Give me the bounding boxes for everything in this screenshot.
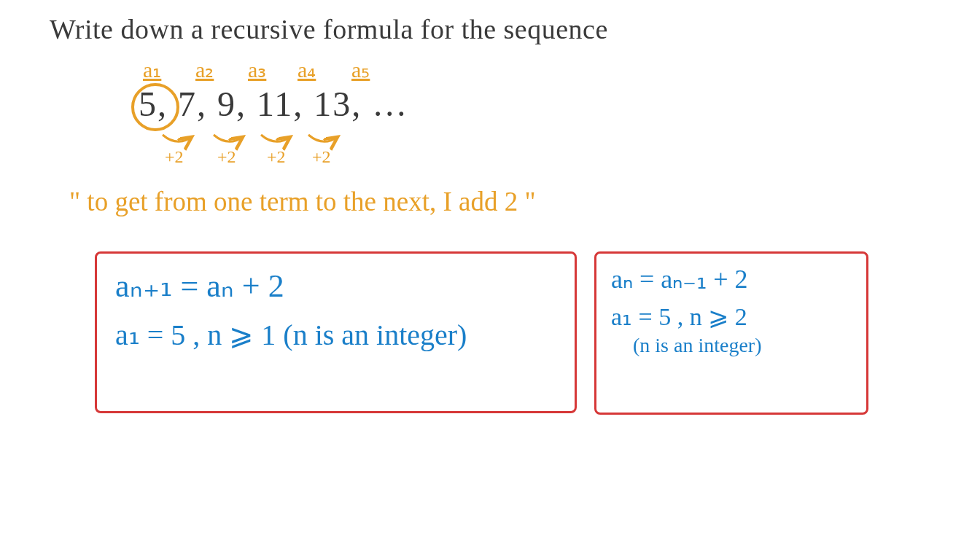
sequence-terms: 5, 7, 9, 11, 13, … xyxy=(139,84,408,124)
step-plus2-1: +2 xyxy=(165,147,184,167)
term-label-a2: a₂ xyxy=(195,57,214,82)
formula-box-2: aₙ = aₙ₋₁ + 2 a₁ = 5 , n ⩾ 2 (n is an in… xyxy=(594,251,868,415)
arrows-svg xyxy=(159,131,363,153)
step-plus2-3: +2 xyxy=(267,147,286,167)
term-label-a1: a₁ xyxy=(143,57,161,82)
formula2-line1: aₙ = aₙ₋₁ + 2 xyxy=(611,264,852,294)
formula1-line1: aₙ₊₁ = aₙ + 2 xyxy=(115,267,556,305)
term-label-a5: a₅ xyxy=(351,57,370,82)
step-plus2-4: +2 xyxy=(312,147,331,167)
term-label-a3: a₃ xyxy=(248,57,266,82)
term-label-a4: a₄ xyxy=(298,57,316,82)
problem-title: Write down a recursive formula for the s… xyxy=(50,13,608,45)
formula2-line2: a₁ = 5 , n ⩾ 2 xyxy=(611,302,852,331)
step-plus2-2: +2 xyxy=(217,147,236,167)
formula1-line2: a₁ = 5 , n ⩾ 1 (n is an integer) xyxy=(115,318,556,352)
formula2-line3: (n is an integer) xyxy=(611,334,852,357)
explanation-text: " to get from one term to the next, I ad… xyxy=(69,186,536,217)
formula-box-1: aₙ₊₁ = aₙ + 2 a₁ = 5 , n ⩾ 1 (n is an in… xyxy=(95,251,577,413)
